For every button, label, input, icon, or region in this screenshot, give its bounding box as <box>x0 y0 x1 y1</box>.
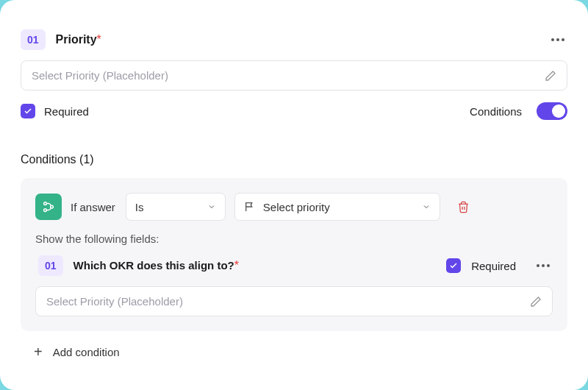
placeholder-input[interactable]: Select Priority (Placeholder) <box>21 60 567 91</box>
sub-placeholder-input[interactable]: Select Priority (Placeholder) <box>35 286 553 316</box>
sub-field-number: 01 <box>38 255 63 276</box>
sub-field-title: Which OKR does this align to? <box>74 259 234 272</box>
branch-icon <box>35 194 62 220</box>
field-title: Priority <box>56 33 97 46</box>
required-row: Required Conditions <box>21 102 567 138</box>
plus-icon: + <box>34 344 43 359</box>
delete-condition-button[interactable] <box>455 198 473 216</box>
check-icon <box>449 261 458 270</box>
check-icon <box>24 107 32 116</box>
required-label: Required <box>44 105 89 118</box>
required-asterisk: * <box>97 33 101 46</box>
edit-icon <box>545 70 556 82</box>
operator-value: Is <box>135 201 207 213</box>
trash-icon <box>457 201 470 213</box>
field-header: 01 Priority* <box>21 29 567 50</box>
flag-icon <box>244 201 256 213</box>
required-checkbox[interactable] <box>21 104 35 118</box>
chevron-down-icon <box>207 202 216 211</box>
more-options-button[interactable] <box>548 35 567 44</box>
chevron-down-icon <box>422 202 431 211</box>
if-answer-row: If answer Is Select priority <box>35 193 553 221</box>
conditions-heading: Conditions (1) <box>21 153 567 166</box>
svg-point-1 <box>44 209 47 212</box>
conditions-toggle[interactable] <box>537 102 567 120</box>
field-title-wrap: Priority* <box>56 33 101 46</box>
value-placeholder: Select priority <box>263 201 415 213</box>
conditions-label: Conditions <box>470 105 522 118</box>
if-answer-text: If answer <box>71 201 115 213</box>
sub-required-checkbox[interactable] <box>446 258 461 273</box>
field-number-badge: 01 <box>21 29 46 50</box>
value-select[interactable]: Select priority <box>234 193 440 221</box>
sub-placeholder-text: Select Priority (Placeholder) <box>46 295 530 308</box>
sub-field-title-wrap: Which OKR does this align to?* <box>74 259 239 272</box>
svg-point-0 <box>44 202 47 205</box>
placeholder-text: Select Priority (Placeholder) <box>32 69 545 82</box>
sub-required-label: Required <box>471 260 516 272</box>
form-builder-card: 01 Priority* Select Priority (Placeholde… <box>0 0 588 390</box>
sub-field-header: 01 Which OKR does this align to?* Requir… <box>35 255 553 276</box>
operator-select[interactable]: Is <box>126 193 226 221</box>
conditions-panel: If answer Is Select priority Show the fo… <box>21 178 567 331</box>
add-condition-button[interactable]: + Add condition <box>21 331 567 359</box>
edit-icon <box>530 296 542 308</box>
add-condition-label: Add condition <box>53 346 120 358</box>
show-fields-text: Show the following fields: <box>35 233 553 245</box>
sub-more-options-button[interactable] <box>534 261 553 270</box>
svg-point-2 <box>51 205 54 208</box>
required-asterisk: * <box>234 259 239 272</box>
